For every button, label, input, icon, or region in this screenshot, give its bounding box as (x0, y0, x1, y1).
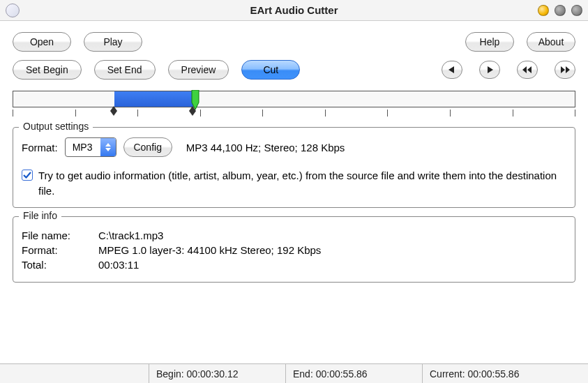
format-select[interactable]: MP3 (65, 137, 116, 157)
file-info-legend: File info (19, 210, 61, 221)
window-controls (538, 0, 582, 20)
window-title: EArt Audio Cutter (0, 4, 588, 16)
triangle-left-icon (448, 66, 455, 73)
copy-tags-checkbox[interactable] (22, 170, 33, 181)
seek-forward-button[interactable] (479, 61, 500, 79)
status-begin: Begin: 00:00:30.12 (149, 364, 286, 383)
timeline-selection (114, 91, 193, 107)
play-button[interactable]: Play (84, 32, 142, 52)
status-bar: Begin: 00:00:30.12 End: 00:00:55.86 Curr… (0, 363, 588, 383)
titlebar: EArt Audio Cutter (0, 0, 588, 21)
timeline-track[interactable] (13, 91, 575, 107)
maximize-button[interactable] (555, 5, 566, 16)
toolbar-row-1: Open Play Help About (10, 27, 578, 54)
file-format-key: Format: (22, 244, 98, 256)
seek-back-button[interactable] (442, 61, 462, 79)
output-settings-legend: Output settings (19, 121, 93, 132)
end-marker-icon[interactable] (189, 106, 196, 116)
config-button[interactable]: Config (123, 137, 172, 157)
copy-tags-label: Try to get audio information (title, art… (38, 168, 566, 199)
close-button[interactable] (571, 5, 582, 16)
format-description: MP3 44,100 Hz; Stereo; 128 Kbps (186, 142, 345, 153)
timeline (13, 91, 575, 119)
status-cell-empty (0, 364, 149, 383)
output-settings-group: Output settings Format: MP3 Config MP3 4… (13, 127, 575, 208)
format-label: Format: (22, 142, 58, 153)
cut-button[interactable]: Cut (241, 60, 300, 80)
begin-marker-icon[interactable] (110, 106, 117, 116)
client-area: Open Play Help About Set Begin Set End P… (0, 21, 588, 283)
double-triangle-right-icon (560, 66, 570, 73)
triangle-right-icon (486, 66, 493, 73)
app-window: EArt Audio Cutter Open Play Help About S… (0, 0, 588, 383)
timeline-ruler (13, 107, 575, 119)
file-total-key: Total: (22, 259, 98, 271)
preview-button[interactable]: Preview (168, 60, 229, 80)
set-end-button[interactable]: Set End (94, 60, 156, 80)
double-triangle-left-icon (522, 66, 532, 73)
about-button[interactable]: About (527, 32, 575, 52)
open-button[interactable]: Open (13, 32, 71, 52)
file-info-group: File info File name: C:\track1.mp3 Forma… (13, 216, 575, 283)
seek-fastforward-button[interactable] (555, 61, 575, 79)
file-name-value: C:\track1.mp3 (98, 230, 163, 241)
file-name-key: File name: (22, 230, 98, 241)
seek-rewind-button[interactable] (517, 61, 538, 79)
check-icon (23, 171, 31, 179)
set-begin-button[interactable]: Set Begin (13, 60, 82, 80)
file-total-value: 00:03:11 (98, 259, 139, 271)
copy-tags-row: Try to get audio information (title, art… (22, 168, 566, 199)
format-select-value: MP3 (66, 138, 100, 156)
file-format-value: MPEG 1.0 layer-3: 44100 kHz Stereo; 192 … (98, 244, 321, 256)
toolbar-row-2: Set Begin Set End Preview Cut (10, 54, 578, 91)
updown-icon (100, 138, 116, 156)
status-current: Current: 00:00:55.86 (423, 364, 588, 383)
help-button[interactable]: Help (465, 32, 514, 52)
minimize-button[interactable] (538, 5, 549, 16)
status-end: End: 00:00:55.86 (286, 364, 423, 383)
